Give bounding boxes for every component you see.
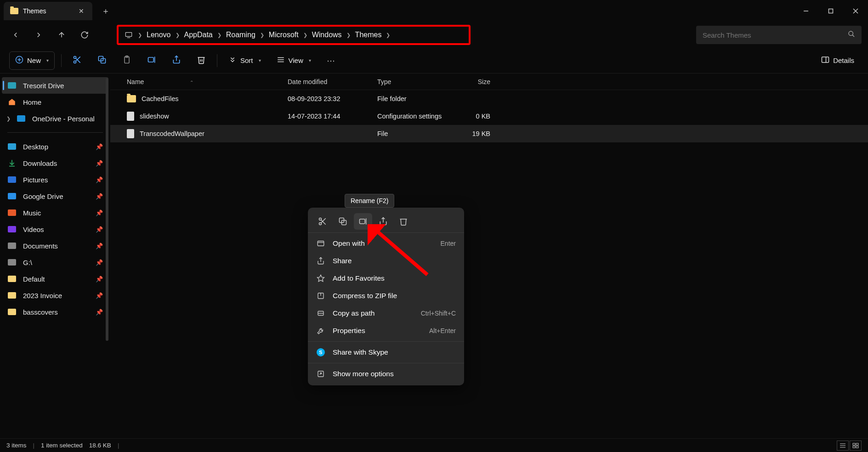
sidebar-item-videos[interactable]: Videos📌 bbox=[0, 221, 110, 237]
sidebar-item-music[interactable]: Music📌 bbox=[0, 204, 110, 221]
more-button[interactable]: ⋯ bbox=[322, 51, 340, 70]
sidebar-item-pictures[interactable]: Pictures📌 bbox=[0, 171, 110, 188]
ctx-share[interactable]: Share bbox=[308, 252, 464, 270]
breadcrumb-segment[interactable]: Themes bbox=[351, 31, 386, 39]
sidebar-scrollbar[interactable] bbox=[106, 78, 108, 341]
window-tab[interactable]: Themes ✕ bbox=[4, 2, 92, 20]
pin-icon: 📌 bbox=[96, 276, 103, 282]
up-button[interactable] bbox=[52, 26, 71, 44]
ctx-copy-button[interactable] bbox=[334, 213, 352, 230]
delete-button[interactable] bbox=[192, 51, 210, 70]
sort-indicator-icon: ⌃ bbox=[190, 80, 193, 85]
scissors-icon bbox=[73, 55, 82, 66]
sidebar-item-tresorit-drive[interactable]: Tresorit Drive bbox=[2, 77, 108, 94]
chevron-down-icon: ▾ bbox=[46, 58, 49, 63]
tab-close-button[interactable]: ✕ bbox=[79, 7, 84, 15]
column-name[interactable]: Name⌃ bbox=[121, 78, 282, 85]
forward-button[interactable] bbox=[29, 26, 48, 44]
chevron-right-icon[interactable]: ❯ bbox=[260, 32, 264, 38]
ctx-zip[interactable]: Compress to ZIP file bbox=[308, 287, 464, 305]
status-details-view-button[interactable] bbox=[837, 441, 849, 451]
file-row[interactable]: slideshow14-07-2023 17:44Configuration s… bbox=[110, 107, 868, 125]
ctx-more-options[interactable]: Show more options bbox=[308, 365, 464, 383]
sidebar-item-label: Videos bbox=[23, 226, 44, 233]
paste-button[interactable] bbox=[118, 51, 136, 70]
sidebar-item-label: Google Drive bbox=[23, 192, 63, 200]
drive-icon bbox=[7, 258, 17, 267]
refresh-button[interactable] bbox=[75, 26, 94, 44]
share-button[interactable] bbox=[167, 51, 186, 70]
file-row[interactable]: CachedFiles08-09-2023 23:32File folder bbox=[110, 90, 868, 107]
file-name: TranscodedWallpaper bbox=[140, 130, 204, 137]
minimize-button[interactable] bbox=[794, 0, 818, 22]
new-tab-button[interactable]: ＋ bbox=[102, 6, 110, 17]
pin-icon: 📌 bbox=[96, 226, 103, 233]
copy-button[interactable] bbox=[93, 51, 111, 70]
breadcrumb-segment[interactable]: Roaming bbox=[221, 31, 260, 39]
chevron-right-icon[interactable]: ❯ bbox=[138, 32, 142, 38]
sidebar-item-documents[interactable]: Documents📌 bbox=[0, 237, 110, 254]
breadcrumb-segment[interactable]: Lenovo bbox=[142, 31, 176, 39]
column-type[interactable]: Type bbox=[372, 78, 450, 85]
search-box[interactable] bbox=[696, 26, 862, 44]
sort-button[interactable]: Sort ▾ bbox=[224, 51, 266, 70]
sidebar-item-label: Documents bbox=[23, 242, 58, 250]
ctx-delete-button[interactable] bbox=[394, 213, 413, 230]
svg-rect-57 bbox=[856, 443, 858, 445]
breadcrumb-segment[interactable]: Microsoft bbox=[264, 31, 303, 39]
sidebar-item-g-[interactable]: G:\📌 bbox=[0, 254, 110, 271]
rename-button[interactable] bbox=[142, 51, 161, 70]
back-button[interactable] bbox=[6, 26, 25, 44]
svg-line-8 bbox=[852, 35, 854, 37]
chevron-right-icon[interactable]: ❯ bbox=[176, 32, 180, 38]
sidebar-item-default[interactable]: Default📌 bbox=[0, 271, 110, 287]
ctx-favorites[interactable]: Add to Favorites bbox=[308, 270, 464, 287]
close-window-button[interactable] bbox=[843, 0, 868, 22]
sidebar-item-desktop[interactable]: Desktop📌 bbox=[0, 138, 110, 155]
file-list: Name⌃ Date modified Type Size CachedFile… bbox=[110, 73, 868, 438]
sidebar-item-label: Desktop bbox=[23, 143, 48, 151]
ctx-cut-button[interactable] bbox=[313, 213, 332, 230]
breadcrumb-root-pc-icon[interactable] bbox=[119, 31, 138, 39]
pictures-icon bbox=[7, 175, 17, 184]
svg-point-33 bbox=[319, 223, 322, 225]
svg-marker-44 bbox=[318, 275, 324, 282]
chevron-right-icon[interactable]: ❯ bbox=[303, 32, 307, 38]
sidebar-item-downloads[interactable]: Downloads📌 bbox=[0, 155, 110, 171]
ctx-copy-path[interactable]: Copy as path Ctrl+Shift+C bbox=[308, 305, 464, 322]
sidebar-item-label: OneDrive - Personal bbox=[32, 115, 95, 123]
details-pane-button[interactable]: Details bbox=[817, 51, 859, 70]
svg-point-7 bbox=[849, 31, 853, 35]
file-row[interactable]: TranscodedWallpaperFile19 KB bbox=[110, 125, 868, 142]
breadcrumb-segment[interactable]: Windows bbox=[307, 31, 346, 39]
breadcrumb-highlight-annotation: ❯ Lenovo ❯ AppData ❯ Roaming ❯ Microsoft… bbox=[117, 25, 471, 45]
sidebar-item-google-drive[interactable]: Google Drive📌 bbox=[0, 188, 110, 204]
expand-icon bbox=[316, 370, 325, 378]
file-icon bbox=[127, 129, 134, 138]
breadcrumb-segment[interactable]: AppData bbox=[180, 31, 217, 39]
ctx-open-with[interactable]: Open with Enter bbox=[308, 235, 464, 252]
chevron-right-icon[interactable]: ❯ bbox=[217, 32, 221, 38]
ctx-rename-button[interactable] bbox=[354, 213, 372, 230]
search-input[interactable] bbox=[703, 31, 848, 39]
rename-tooltip: Rename (F2) bbox=[345, 194, 394, 208]
ctx-skype[interactable]: S Share with Skype bbox=[308, 344, 464, 361]
ctx-share-button[interactable] bbox=[374, 213, 392, 230]
music-icon bbox=[7, 208, 17, 217]
sidebar-item-basscovers[interactable]: basscovers📌 bbox=[0, 304, 110, 320]
column-size[interactable]: Size bbox=[450, 78, 496, 85]
column-date[interactable]: Date modified bbox=[282, 78, 372, 85]
cut-button[interactable] bbox=[68, 51, 86, 70]
new-button[interactable]: New ▾ bbox=[9, 51, 55, 70]
chevron-right-icon[interactable]: ❯ bbox=[346, 32, 351, 38]
sidebar-item-2023-invoice[interactable]: 2023 Invoice📌 bbox=[0, 287, 110, 304]
view-button[interactable]: View ▾ bbox=[272, 51, 316, 70]
chevron-right-icon[interactable]: ❯ bbox=[386, 32, 390, 38]
sidebar-item-home[interactable]: Home bbox=[0, 94, 110, 110]
ctx-properties[interactable]: Properties Alt+Enter bbox=[308, 322, 464, 339]
home-icon bbox=[7, 97, 17, 107]
status-icons-view-button[interactable] bbox=[850, 441, 862, 451]
breadcrumb-container: ❯ Lenovo ❯ AppData ❯ Roaming ❯ Microsoft… bbox=[117, 25, 682, 45]
sidebar-item-onedrive-personal[interactable]: ❯OneDrive - Personal bbox=[0, 110, 110, 127]
maximize-button[interactable] bbox=[818, 0, 843, 22]
